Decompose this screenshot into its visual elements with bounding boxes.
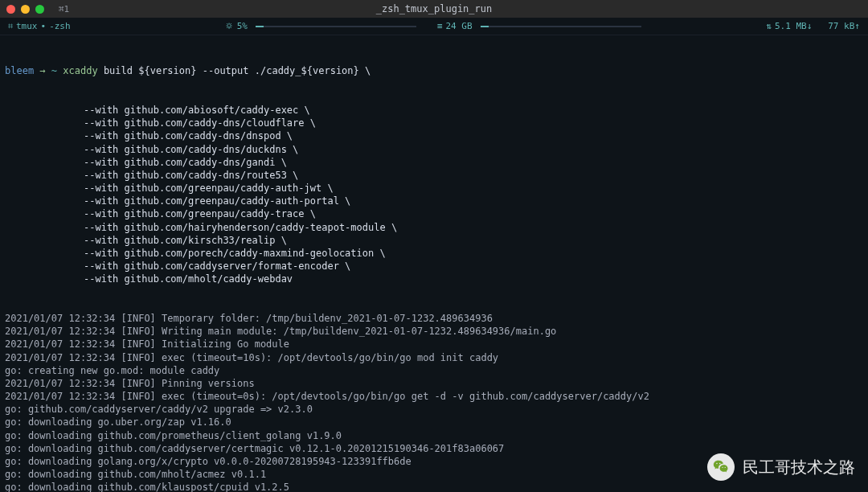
prompt-line: bleem → ~ xcaddy build ${version} --outp… [5,64,863,77]
terminal-output-line: go: creating new go.mod: module caddy [5,364,863,377]
tmux-process-name: -zsh [49,21,71,31]
command-continuation-line: --with github.com/abiosoft/caddy-exec \ [5,104,863,117]
close-window-button[interactable] [6,5,15,14]
memory-bar [481,26,641,27]
command-continuation-line: --with github.com/porech/caddy-maxmind-g… [5,247,863,260]
titlebar-shortcut-label: ⌘1 [59,4,69,14]
command-continuation-line: --with github.com/mholt/caddy-webdav [5,273,863,285]
network-up-status: 77 kB↑ [828,21,860,31]
network-icon: ⇅ [766,21,772,31]
prompt-user: bleem [5,65,34,76]
network-up: 77 kB↑ [828,21,860,31]
command-continuation-line: --with github.com/hairyhenderson/caddy-t… [5,221,863,234]
minimize-window-button[interactable] [21,5,30,14]
terminal-output-line: 2021/01/07 12:32:34 [INFO] Temporary fol… [5,312,863,325]
memory-value: 24 GB [446,21,473,31]
network-status: ⇅ 5.1 MB↓ [766,21,812,31]
terminal-output-line: 2021/01/07 12:32:34 [INFO] exec (timeout… [5,351,863,364]
watermark-text: 民工哥技术之路 [743,457,855,478]
terminal-output-line: go: github.com/caddyserver/caddy/v2 upgr… [5,403,863,416]
window-titlebar: ⌘1 _zsh_tmux_plugin_run [0,0,868,18]
cpu-icon: ⛭ [225,21,234,31]
memory-status: ≡ 24 GB [437,21,641,31]
wechat-icon [707,453,735,481]
prompt-arrow-icon: → [39,65,45,76]
window-title: _zsh_tmux_plugin_run [376,3,493,14]
tmux-window-sep: • [41,21,47,31]
command-continuation-line: --with github.com/caddy-dns/cloudflare \ [5,117,863,129]
command-continuation-line: --with github.com/caddy-dns/route53 \ [5,169,863,182]
command-continuation-line: --with github.com/caddy-dns/dnspod \ [5,129,863,142]
command-continuation-line: --with github.com/caddy-dns/duckdns \ [5,143,863,156]
cpu-percent: 5% [237,21,248,31]
cpu-status: ⛭ 5% [225,21,416,31]
command-args: build ${version} --output ./caddy_${vers… [104,65,371,76]
terminal-output-line: go: downloading go.uber.org/zap v1.16.0 [5,416,863,428]
cpu-bar [256,26,416,27]
command-continuation-line: --with github.com/greenpau/caddy-auth-po… [5,195,863,207]
tmux-statusbar: ⌗ tmux • -zsh ⛭ 5% ≡ 24 GB ⇅ 5.1 MB↓ 77 … [0,18,868,35]
terminal-output-line: 2021/01/07 12:32:34 [INFO] Initializing … [5,338,863,351]
command-continuation-line: --with github.com/greenpau/caddy-trace \ [5,207,863,220]
terminal-output-line: 2021/01/07 12:32:34 [INFO] exec (timeout… [5,390,863,403]
command-name: xcaddy [63,65,97,76]
terminal-viewport[interactable]: bleem → ~ xcaddy build ${version} --outp… [0,35,868,492]
terminal-output-line: go: downloading github.com/prometheus/cl… [5,429,863,442]
watermark: 民工哥技术之路 [707,453,855,481]
terminal-output-line: go: downloading github.com/klauspost/cpu… [5,481,863,492]
command-continuation-line: --with github.com/caddyserver/format-enc… [5,260,863,273]
command-continuation-line: --with github.com/greenpau/caddy-auth-jw… [5,182,863,195]
tmux-session-icon: ⌗ [8,21,13,31]
network-down: 5.1 MB↓ [775,21,812,31]
prompt-cwd: ~ [51,65,57,76]
traffic-lights [6,5,44,14]
tmux-session-tab[interactable]: ⌗ tmux • -zsh [8,21,71,31]
terminal-output-line: 2021/01/07 12:32:34 [INFO] Pinning versi… [5,377,863,390]
maximize-window-button[interactable] [35,5,44,14]
terminal-output-line: 2021/01/07 12:32:34 [INFO] Writing main … [5,325,863,338]
command-continuation-line: --with github.com/kirsch33/realip \ [5,234,863,247]
command-continuation-line: --with github.com/caddy-dns/gandi \ [5,156,863,169]
memory-icon: ≡ [437,21,443,31]
tmux-session-name: tmux [16,21,38,31]
